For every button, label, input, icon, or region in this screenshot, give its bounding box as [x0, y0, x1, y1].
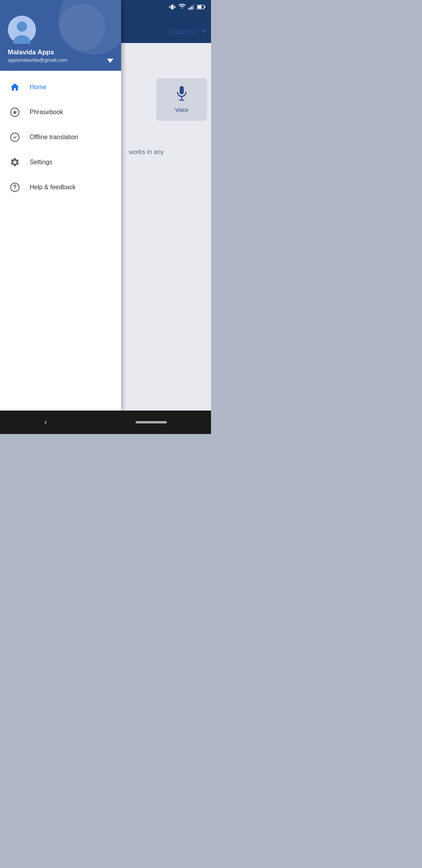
language-selector[interactable]: Spanish: [167, 27, 207, 37]
navigation-drawer: Malavida Apps appsmalavida@gmail.com Hom…: [0, 0, 121, 411]
help-icon: [9, 182, 20, 193]
avatar: [8, 16, 36, 44]
svg-rect-7: [175, 6, 176, 8]
svg-rect-1: [181, 97, 182, 100]
home-icon: [9, 82, 20, 93]
sidebar-item-home[interactable]: Home: [0, 75, 121, 100]
voice-label: Voice: [175, 107, 188, 113]
svg-rect-0: [180, 86, 184, 94]
sidebar-item-offline-translation[interactable]: Offline translation: [0, 125, 121, 150]
offline-translation-label: Offline translation: [30, 134, 78, 141]
svg-rect-9: [190, 7, 191, 10]
settings-label: Settings: [30, 159, 52, 166]
home-label: Home: [30, 84, 46, 91]
sidebar-item-help[interactable]: Help & feedback: [0, 175, 121, 200]
battery-icon: [197, 4, 206, 10]
svg-rect-6: [169, 6, 170, 8]
help-feedback-label: Help & feedback: [30, 184, 75, 191]
drawer-header: Malavida Apps appsmalavida@gmail.com: [0, 0, 121, 71]
phrasebook-label: Phrasebook: [30, 109, 63, 116]
svg-rect-10: [191, 6, 193, 9]
svg-rect-3: [171, 5, 173, 9]
svg-point-17: [17, 22, 27, 32]
home-pill[interactable]: [136, 421, 167, 423]
wifi-icon: [178, 4, 186, 10]
svg-rect-4: [170, 5, 171, 9]
navigation-bar: ‹: [0, 411, 211, 434]
svg-rect-5: [174, 5, 175, 9]
gear-icon: [9, 157, 20, 168]
sidebar-item-settings[interactable]: Settings: [0, 150, 121, 175]
svg-rect-14: [198, 6, 202, 9]
star-icon: [9, 107, 20, 118]
user-email: appsmalavida@gmail.com: [8, 57, 113, 63]
account-switcher-button[interactable]: [107, 59, 113, 63]
user-name: Malavida Apps: [8, 48, 113, 56]
svg-rect-2: [179, 100, 184, 101]
vibrate-icon: [169, 4, 176, 11]
svg-rect-15: [200, 5, 201, 9]
back-button[interactable]: ‹: [44, 417, 47, 427]
microphone-icon: [175, 86, 188, 104]
status-icons: [169, 4, 206, 11]
avatar-image: [8, 16, 36, 44]
drawer-nav: Home Phrasebook Offline translation: [0, 71, 121, 411]
offline-icon: [9, 132, 20, 143]
svg-point-22: [14, 189, 15, 190]
voice-button-area[interactable]: Voice: [156, 78, 207, 121]
signal-icon: [188, 4, 195, 10]
works-text: works in any: [129, 149, 207, 156]
chevron-down-icon: [202, 30, 207, 34]
svg-rect-8: [188, 8, 190, 10]
svg-rect-11: [193, 4, 194, 9]
spanish-label: Spanish: [167, 27, 198, 37]
sidebar-item-phrasebook[interactable]: Phrasebook: [0, 100, 121, 125]
svg-rect-13: [204, 6, 206, 8]
